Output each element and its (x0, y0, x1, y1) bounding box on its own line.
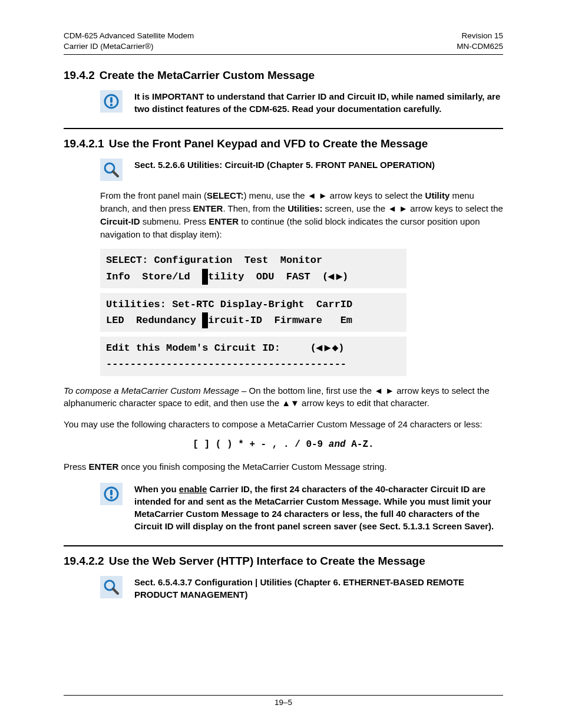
page-footer: 19–5 (64, 695, 503, 707)
section-rule-1 (64, 128, 503, 129)
para-front-panel-instructions: From the front panel main (SELECT:) menu… (100, 189, 503, 241)
allowed-characters: [ ] ( ) * + - , . / 0-9 and A-Z. (64, 439, 503, 450)
alert-icon (100, 90, 123, 113)
svg-line-4 (113, 172, 118, 176)
cursor-block: C (202, 312, 208, 328)
svg-rect-1 (110, 97, 113, 103)
vfd-screen-edit-circuit-id: Edit this Modem's Circuit ID: (◀ ▶ ◆) --… (100, 337, 406, 375)
important-note-1-text: It is IMPORTANT to understand that Carri… (134, 89, 503, 115)
vfd-screen-select: SELECT: Configuration Test Monitor Info … (100, 249, 406, 288)
para-allowed-characters-intro: You may use the following characters to … (64, 418, 503, 431)
svg-point-7 (110, 496, 113, 498)
heading-19-4-2: 19.4.2Create the MetaCarrier Custom Mess… (64, 69, 503, 82)
page-number: 19–5 (275, 698, 292, 707)
svg-line-9 (113, 589, 118, 594)
vfd-screen-utilities: Utilities: Set-RTC Display-Bright CarrID… (100, 293, 406, 332)
page-header: CDM-625 Advanced Satellite Modem Carrier… (64, 31, 503, 52)
section-rule-2 (64, 545, 503, 546)
header-left-line1: CDM-625 Advanced Satellite Modem (64, 31, 194, 41)
important-note-2-text: When you enable Carrier ID, the first 24… (134, 482, 503, 532)
header-right-line2: MN-CDM625 (457, 41, 503, 52)
magnifier-icon (100, 576, 123, 598)
para-press-enter: Press ENTER once you finish composing th… (64, 460, 503, 473)
reference-2: Sect. 6.5.4.3.7 Configuration | Utilitie… (64, 575, 503, 601)
reference-2-text: Sect. 6.5.4.3.7 Configuration | Utilitie… (134, 575, 503, 601)
heading-19-4-2-1: 19.4.2.1Use the Front Panel Keypad and V… (64, 137, 503, 150)
reference-1: Sect. 5.2.6.6 Utilities: Circuit-ID (Cha… (64, 157, 503, 181)
important-note-2: When you enable Carrier ID, the first 24… (64, 482, 503, 532)
footer-rule (64, 695, 503, 696)
nav-arrows-icon: ◀ ▶ ◆ (316, 343, 338, 352)
left-right-arrow-icon: ◀ ▶ (328, 272, 342, 281)
header-rule (64, 54, 503, 55)
magnifier-icon (100, 159, 123, 181)
alert-icon (100, 483, 123, 505)
cursor-block: U (202, 269, 208, 285)
para-compose-instructions: To compose a MetaCarrier Custom Message … (64, 384, 503, 410)
reference-1-text: Sect. 5.2.6.6 Utilities: Circuit-ID (Cha… (134, 157, 503, 171)
svg-point-2 (110, 104, 113, 106)
header-left-line2: Carrier ID (MetaCarrier®) (64, 41, 194, 52)
heading-19-4-2-2: 19.4.2.2Use the Web Server (HTTP) Interf… (64, 555, 503, 568)
header-right-line1: Revision 15 (457, 31, 503, 41)
important-note-1: It is IMPORTANT to understand that Carri… (64, 89, 503, 115)
svg-rect-6 (110, 489, 113, 495)
